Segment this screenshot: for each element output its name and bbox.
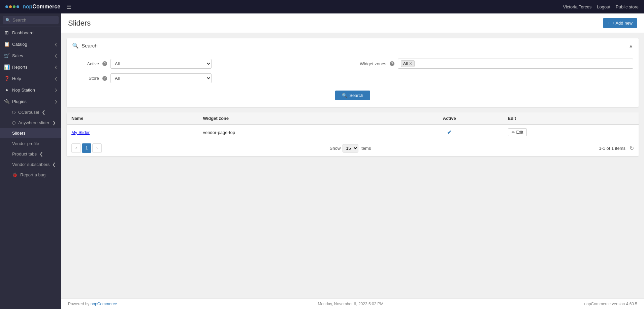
cell-widget-zone: vendor-page-top [198, 125, 396, 140]
chevron-down-icon: ❯ [52, 120, 56, 125]
add-new-button[interactable]: + + Add new [603, 18, 637, 28]
widget-zones-field: Widget zones ? All ✕ [359, 59, 633, 69]
search-input[interactable] [12, 18, 56, 23]
footer-right: nopCommerce version 4.60.5 [584, 302, 637, 306]
sidebar-item-label: Help [12, 76, 21, 81]
chevron-icon: ❮ [39, 151, 43, 157]
store-field: Store ? All [72, 73, 346, 83]
sales-icon: 🛒 [4, 53, 9, 58]
sidebar-item-plugins[interactable]: 🔌 Plugins ❯ [0, 96, 61, 107]
search-row-2: Store ? All [72, 73, 633, 83]
refresh-icon[interactable]: ↻ [630, 145, 634, 151]
top-nav: nopCommerce ☰ Victoria Terces Logout Pub… [0, 0, 644, 13]
logo-commerce: Commerce [32, 4, 60, 9]
search-button[interactable]: 🔍 Search [335, 91, 370, 100]
dashboard-icon: ⊞ [4, 30, 9, 35]
page-footer: Powered by nopCommerce Monday, November … [61, 299, 644, 309]
prev-page-button[interactable]: ‹ [71, 143, 81, 153]
next-page-button[interactable]: › [92, 143, 102, 153]
sidebar-sub-label: Vendor subscribers [12, 162, 50, 167]
sidebar-item-catalog[interactable]: 📋 Catalog ❮ [0, 38, 61, 50]
widget-zones-tag: All ✕ [401, 60, 415, 67]
nop-station-icon: ● [4, 87, 9, 93]
user-name: Victoria Terces [563, 4, 592, 9]
cell-edit: ✏ Edit [503, 125, 639, 140]
help-icon: ❓ [4, 76, 9, 81]
sidebar-item-vendor-profile[interactable]: Vendor profile [0, 138, 61, 149]
col-widget-zone: Widget zone [198, 112, 396, 125]
public-store-link[interactable]: Public store [616, 4, 639, 9]
search-panel-header: 🔍 Search ▲ [67, 38, 639, 53]
show-label: Show [330, 146, 341, 151]
sidebar-item-label: Nop Station [12, 88, 35, 93]
sidebar-item-ocarousel[interactable]: OCarousel ❮ [0, 107, 61, 117]
sidebar-item-help[interactable]: ❓ Help ❮ [0, 73, 61, 84]
logo-dots [5, 5, 19, 8]
sidebar-item-sliders[interactable]: Sliders [0, 128, 61, 138]
slider-name-link[interactable]: My Slider [71, 130, 90, 135]
sidebar-item-dashboard[interactable]: ⊞ Dashboard [0, 27, 61, 38]
nav-left: nopCommerce ☰ [5, 4, 71, 10]
items-per-page-select[interactable]: 15 25 50 [343, 144, 358, 152]
store-select[interactable]: All [110, 73, 212, 83]
data-table: Name Widget zone Active Edit My Slider v… [67, 112, 639, 140]
chevron-icon: ❮ [42, 110, 45, 115]
sidebar-sub-label: Vendor profile [12, 141, 39, 146]
sidebar-item-label: Catalog [12, 42, 27, 47]
table-footer: ‹ 1 › Show 15 25 50 items [67, 140, 639, 156]
current-page-button[interactable]: 1 [82, 143, 91, 153]
sidebar-item-product-tabs[interactable]: Product tabs ❮ [0, 149, 61, 159]
items-label: items [360, 146, 371, 151]
table-body: My Slider vendor-page-top ✔ ✏ Edit [67, 125, 639, 140]
sidebar-sub-label: OCarousel [18, 110, 39, 115]
store-help-icon[interactable]: ? [102, 76, 107, 81]
active-check-icon: ✔ [447, 129, 452, 136]
widget-zones-help-icon[interactable]: ? [390, 61, 394, 66]
sidebar-item-report-a-bug[interactable]: 🐞 Report a bug [0, 170, 61, 180]
logo-nop: nop [23, 4, 32, 9]
col-name: Name [67, 112, 198, 125]
sidebar-item-sales[interactable]: 🛒 Sales ❮ [0, 50, 61, 61]
col-edit: Edit [503, 112, 639, 125]
search-panel-title: 🔍 Search [72, 42, 98, 49]
hamburger-icon[interactable]: ☰ [66, 4, 71, 10]
nop-commerce-link[interactable]: nopCommerce [91, 302, 117, 306]
search-panel-icon: 🔍 [72, 42, 79, 49]
tag-remove-icon[interactable]: ✕ [409, 61, 412, 66]
add-new-label: + Add new [612, 21, 633, 26]
chevron-down-icon: ❯ [55, 88, 57, 92]
sidebar: 🔍 ⊞ Dashboard 📋 Catalog ❮ 🛒 Sales ❮ 📊 Re… [0, 13, 61, 309]
logout-link[interactable]: Logout [597, 4, 610, 9]
sidebar-item-anywhere-slider[interactable]: Anywhere slider ❯ [0, 117, 61, 128]
active-select[interactable]: All Yes No [110, 59, 212, 69]
tag-text: All [403, 61, 408, 66]
sidebar-item-vendor-subscribers[interactable]: Vendor subscribers ❮ [0, 159, 61, 170]
widget-zones-input[interactable]: All ✕ [398, 59, 633, 69]
ocarousel-icon [12, 111, 15, 114]
chevron-icon: ❮ [55, 54, 57, 58]
search-btn-label: Search [349, 93, 363, 98]
active-help-icon[interactable]: ? [102, 61, 107, 66]
table-head: Name Widget zone Active Edit [67, 112, 639, 125]
sidebar-item-label: Reports [12, 65, 28, 70]
chevron-icon: ❮ [55, 65, 57, 69]
collapse-icon[interactable]: ▲ [629, 43, 633, 48]
sidebar-sub-label: Report a bug [20, 172, 45, 177]
table-panel: Name Widget zone Active Edit My Slider v… [67, 112, 639, 156]
reports-icon: 📊 [4, 64, 9, 70]
sidebar-sub-label: Anywhere slider [18, 120, 50, 125]
edit-button[interactable]: ✏ Edit [508, 128, 527, 136]
sidebar-search-inner: 🔍 [3, 16, 59, 24]
page-count-area: 1-1 of 1 items ↻ [599, 145, 634, 151]
sidebar-item-label: Plugins [12, 99, 27, 104]
chevron-down-icon: ❯ [55, 100, 57, 103]
content-area: Sliders + + Add new 🔍 Search ▲ [61, 13, 644, 309]
search-panel-body: Active ? All Yes No Widget zones ? [67, 53, 639, 107]
sidebar-item-reports[interactable]: 📊 Reports ❮ [0, 61, 61, 73]
sidebar-item-nop-station[interactable]: ● Nop Station ❯ [0, 84, 61, 96]
search-btn-icon: 🔍 [342, 93, 347, 98]
store-label: Store [72, 76, 99, 81]
plus-icon: + [608, 21, 610, 26]
sidebar-sub-label: Sliders [12, 131, 26, 136]
active-label: Active [72, 61, 99, 66]
